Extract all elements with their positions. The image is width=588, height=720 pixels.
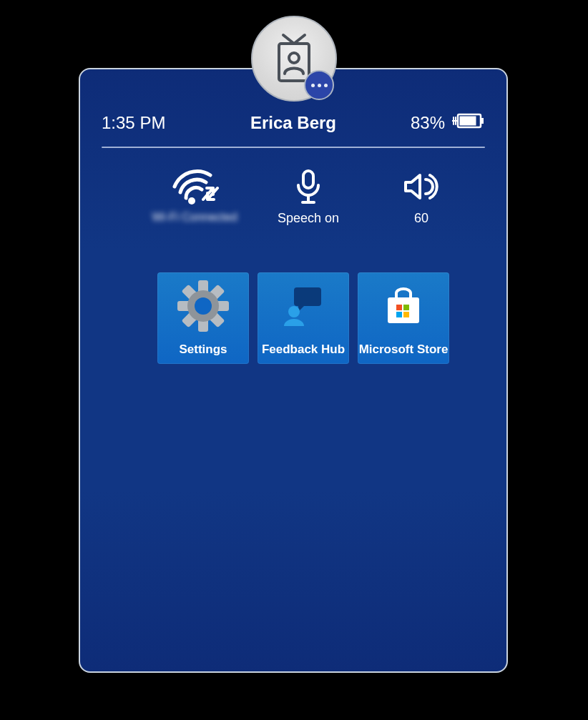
volume-label: 60 [414,211,428,226]
tile-feedback-hub[interactable]: Feedback Hub [258,272,349,364]
speech-quick-button[interactable]: Speech on [266,168,351,226]
tile-settings[interactable]: Settings [157,272,249,364]
start-panel: 1:35 PM Erica Berg 83% [79,68,508,673]
svg-point-1 [289,53,299,63]
volume-quick-button[interactable]: 60 [379,168,464,226]
dot-icon [318,84,321,87]
svg-rect-3 [481,118,484,124]
wifi-quick-button[interactable]: Wi-Fi Connected [152,168,237,226]
speech-label: Speech on [278,211,339,226]
wifi-icon [170,168,219,209]
more-options-button[interactable] [304,70,334,100]
settings-gear-icon [177,280,229,335]
svg-rect-8 [303,171,313,188]
store-bag-icon [382,285,425,331]
svg-rect-23 [396,305,402,310]
svg-point-7 [188,197,195,204]
svg-rect-24 [403,305,409,310]
dot-icon [324,84,328,87]
svg-rect-26 [403,312,409,317]
volume-icon [403,171,440,206]
battery-charging-icon [452,112,485,134]
svg-rect-4 [460,117,476,126]
microphone-icon [294,168,323,209]
svg-point-21 [288,306,300,317]
tile-label: Microsoft Store [359,342,449,357]
dot-icon [311,84,315,87]
tile-label: Settings [179,342,227,357]
feedback-hub-icon [280,286,327,330]
divider [102,147,485,148]
battery-percent-text: 83% [411,113,445,133]
svg-rect-25 [396,312,402,317]
wifi-label: Wi-Fi Connected [152,211,237,224]
tile-label: Feedback Hub [262,342,345,357]
tile-microsoft-store[interactable]: Microsoft Store [358,272,449,364]
svg-point-20 [195,297,212,315]
